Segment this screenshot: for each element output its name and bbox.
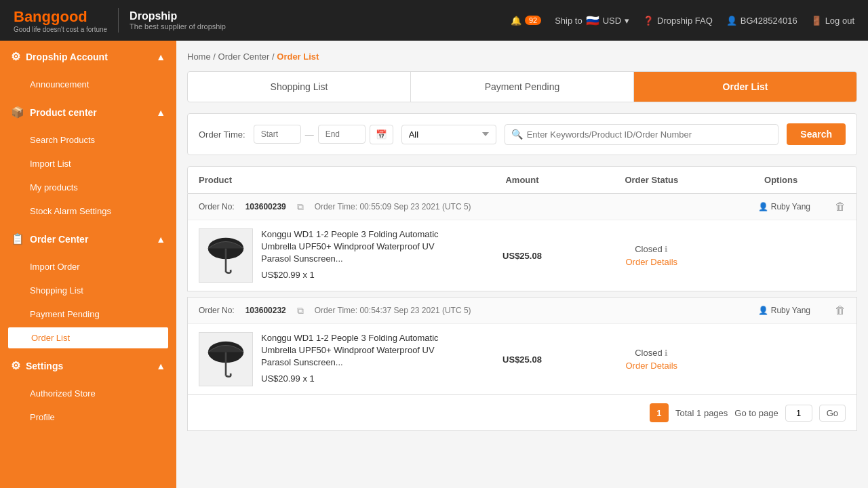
notification-badge: 92 [525,16,541,25]
sidebar-item-shopping-list[interactable]: Shopping List [0,279,176,302]
order-user-2: 👤 Ruby Yang [758,306,810,315]
page-1-button[interactable]: 1 [650,403,669,422]
chevron-up-icon: ▲ [156,234,165,245]
amount-1: US$25.08 [458,251,587,261]
order-number-1: 103600239 [245,202,286,211]
user-icon-1: 👤 [758,202,768,211]
tab-payment-pending[interactable]: Payment Pending [411,72,634,102]
col-options: Options [716,175,846,185]
tab-order-list[interactable]: Order List [634,72,856,102]
filter-select[interactable]: All [401,125,496,144]
order-time-2: Order Time: 00:54:37 Sep 23 2021 (UTC 5) [315,306,471,315]
brand-subtitle: The best supplier of dropship [130,22,226,30]
filter-bar: Order Time: — 📅 All 🔍 Search [187,113,857,155]
sidebar-section-label: Dropship Account [26,52,108,62]
date-range: — 📅 [254,125,393,144]
info-icon-2: ℹ [665,348,668,358]
order-meta-2: Order No: 103600232 ⧉ Order Time: 00:54:… [188,298,856,324]
umbrella-image-2 [202,336,250,383]
order-card-2: Order No: 103600232 ⧉ Order Time: 00:54:… [187,297,857,395]
sidebar-header-product-center[interactable]: 📦 Product center ▲ [0,96,176,128]
user-icon: 👤 [726,16,737,26]
order-meta-1: Order No: 103600239 ⧉ Order Time: 00:55:… [188,194,856,220]
product-price-2: US$20.99 x 1 [261,373,458,384]
notification-bell[interactable]: 🔔 92 [511,16,541,26]
user-icon-2: 👤 [758,306,768,315]
breadcrumb-order-center[interactable]: Order Center [218,52,270,62]
product-thumb-2 [199,332,253,386]
gear-icon: ⚙ [11,50,20,63]
pagination-bar: 1 Total 1 pages Go to page Go [187,395,857,431]
keyword-search-input[interactable] [505,124,779,145]
order-user-1: 👤 Ruby Yang [758,202,810,211]
order-row-2: Konggu WD1 1-2 People 3 Folding Automati… [188,324,856,394]
product-cell-1: Konggu WD1 1-2 People 3 Folding Automati… [199,228,458,283]
search-input-wrap: 🔍 [505,124,779,145]
tabs: Shopping List Payment Pending Order List [187,71,857,102]
col-amount: Amount [458,175,587,185]
brand-tagline: Dropship The best supplier of dropship [130,10,226,30]
breadcrumb-current: Order List [277,52,319,62]
go-button[interactable]: Go [819,405,846,422]
total-pages-label: Total 1 pages [675,408,728,418]
search-icon: 🔍 [511,129,523,140]
order-details-link-2[interactable]: Order Details [587,361,716,371]
breadcrumb-home[interactable]: Home [187,52,211,62]
navbar-right: 🔔 92 Ship to 🇷🇺 USD ▾ ❓ Dropship FAQ 👤 B… [511,14,854,27]
sidebar-header-order-center[interactable]: 📋 Order Center ▲ [0,223,176,255]
info-icon-1: ℹ [665,245,668,254]
sidebar-item-search-products[interactable]: Search Products [0,128,176,152]
sidebar-item-my-products[interactable]: My products [0,176,176,199]
table-header: Product Amount Order Status Options [187,166,857,194]
chevron-down-icon: ▾ [625,16,629,26]
status-cell-1: Closed ℹ Order Details [587,244,716,267]
sidebar-item-payment-pending[interactable]: Payment Pending [0,302,176,326]
box-icon: 📦 [11,106,24,119]
order-time-1: Order Time: 00:55:09 Sep 23 2021 (UTC 5) [315,202,471,211]
col-product: Product [199,175,458,185]
order-number-2: 103600232 [245,306,286,315]
order-no-label: Order No: [199,202,235,211]
copy-icon-2[interactable]: ⧉ [297,305,304,317]
goto-page-input[interactable] [785,405,812,422]
sidebar-item-stock-alarm[interactable]: Stock Alarm Settings [0,199,176,223]
sidebar-header-dropship-account[interactable]: ⚙ Dropship Account ▲ [0,41,176,73]
order-row-1: Konggu WD1 1-2 People 3 Folding Automati… [188,220,856,291]
order-details-link-1[interactable]: Order Details [587,257,716,267]
copy-icon-1[interactable]: ⧉ [297,201,304,213]
sidebar-item-profile[interactable]: Profile [0,405,176,429]
sidebar-item-order-list[interactable]: Order List [7,326,170,350]
sidebar-item-import-order[interactable]: Import Order [0,255,176,279]
product-info-2: Konggu WD1 1-2 People 3 Folding Automati… [261,332,458,384]
product-name-2: Konggu WD1 1-2 People 3 Folding Automati… [261,332,458,369]
sidebar-item-announcement[interactable]: Announcement [0,73,176,96]
amount-2: US$25.08 [458,354,587,365]
sidebar-item-import-list[interactable]: Import List [0,152,176,176]
order-card-1: Order No: 103600239 ⧉ Order Time: 00:55:… [187,194,857,291]
tab-shopping-list[interactable]: Shopping List [188,72,411,102]
sidebar: ⚙ Dropship Account ▲ Announcement 📦 Prod… [0,41,176,488]
chevron-up-icon: ▲ [156,361,165,371]
main-content: Home / Order Center / Order List Shoppin… [176,41,868,488]
brand-title: Dropship [130,10,226,22]
logo-box: Banggood Good life doesn't cost a fortun… [14,8,107,33]
sidebar-item-authorized-store[interactable]: Authorized Store [0,382,176,405]
sidebar-header-settings[interactable]: ⚙ Settings ▲ [0,350,176,382]
order-time-label: Order Time: [199,129,245,140]
end-date-input[interactable] [318,125,366,144]
logout-icon: 🚪 [811,16,822,26]
currency: USD [603,16,621,26]
calendar-button[interactable]: 📅 [370,125,393,144]
delete-order-2[interactable]: 🗑 [835,304,846,317]
sidebar-section-label: Order Center [30,234,88,245]
start-date-input[interactable] [254,125,301,144]
faq-link[interactable]: ❓ Dropship FAQ [643,16,713,26]
sidebar-section-order-center: 📋 Order Center ▲ Import Order Shopping L… [0,223,176,350]
question-icon: ❓ [643,16,654,26]
ship-to[interactable]: Ship to 🇷🇺 USD ▾ [555,14,629,27]
logout-button[interactable]: 🚪 Log out [811,16,854,26]
delete-order-1[interactable]: 🗑 [835,201,846,213]
search-button[interactable]: Search [787,123,846,145]
user-account[interactable]: 👤 BG428524016 [726,16,797,26]
col-status: Order Status [587,175,716,185]
